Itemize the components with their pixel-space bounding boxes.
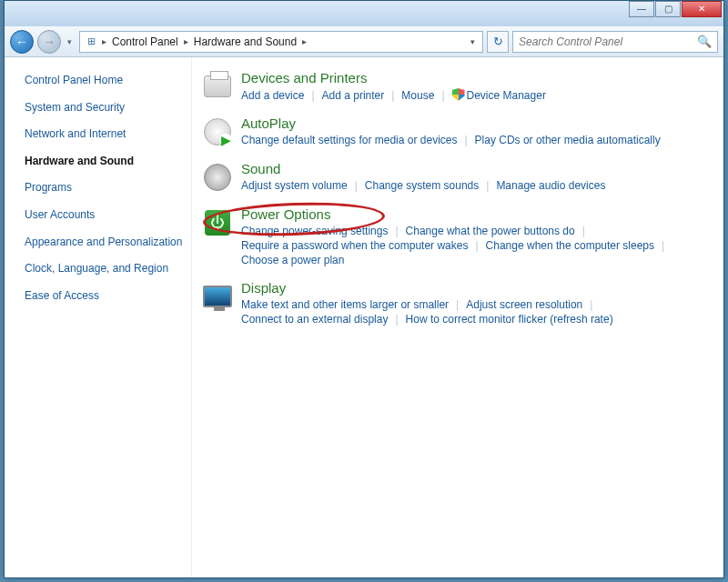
link-manage-audio[interactable]: Manage audio devices: [496, 178, 605, 193]
link-adjust-volume[interactable]: Adjust system volume: [241, 178, 348, 193]
shield-icon: [452, 88, 465, 101]
sidebar-item-hardware-sound[interactable]: Hardware and Sound: [25, 155, 184, 169]
link-computer-sleeps[interactable]: Change when the computer sleeps: [486, 238, 654, 253]
category-title-display[interactable]: Display: [241, 280, 709, 296]
search-input[interactable]: [519, 35, 697, 48]
sidebar-item-clock-language[interactable]: Clock, Language, and Region: [25, 262, 184, 276]
link-text-size[interactable]: Make text and other items larger or smal…: [241, 297, 449, 312]
autoplay-icon: [201, 115, 234, 148]
category-power: Power Options Change power-saving settin…: [201, 206, 709, 267]
forward-button[interactable]: →: [37, 30, 61, 54]
breadcrumb-hardware-sound[interactable]: Hardware and Sound: [190, 35, 300, 48]
search-box[interactable]: 🔍: [512, 31, 718, 53]
link-power-saving[interactable]: Change power-saving settings: [241, 224, 388, 238]
maximize-button[interactable]: ▢: [655, 1, 681, 17]
link-external-display[interactable]: Connect to an external display: [241, 312, 388, 326]
link-mouse[interactable]: Mouse: [401, 88, 434, 103]
link-play-cds[interactable]: Play CDs or other media automatically: [475, 133, 661, 147]
sidebar-item-user-accounts[interactable]: User Accounts: [25, 208, 184, 223]
breadcrumb-arrow[interactable]: ▸: [100, 36, 108, 46]
refresh-button[interactable]: ↻: [487, 31, 509, 53]
search-icon[interactable]: 🔍: [697, 35, 712, 48]
category-autoplay: AutoPlay Change default settings for med…: [201, 115, 709, 148]
display-icon: [201, 280, 234, 313]
category-display: Display Make text and other items larger…: [201, 280, 709, 326]
category-title-sound[interactable]: Sound: [241, 161, 709, 176]
main-panel: Devices and Printers Add a device| Add a…: [192, 57, 723, 577]
minimize-button[interactable]: —: [629, 1, 654, 17]
link-change-sounds[interactable]: Change system sounds: [365, 178, 479, 193]
sidebar-home[interactable]: Control Panel Home: [25, 74, 184, 88]
breadcrumb-control-panel[interactable]: Control Panel: [108, 35, 182, 48]
sound-icon: [201, 161, 234, 194]
sidebar-item-programs[interactable]: Programs: [25, 181, 184, 196]
titlebar: — ▢ ✕: [5, 1, 723, 26]
control-panel-window: — ▢ ✕ ← → ▾ ⊞ ▸ Control Panel ▸ Hardware…: [4, 0, 724, 578]
navigation-bar: ← → ▾ ⊞ ▸ Control Panel ▸ Hardware and S…: [5, 26, 723, 57]
sidebar-item-network-internet[interactable]: Network and Internet: [25, 127, 184, 142]
sidebar: Control Panel Home System and Security N…: [5, 57, 192, 577]
category-sound: Sound Adjust system volume| Change syste…: [201, 161, 709, 194]
nav-history-dropdown[interactable]: ▾: [65, 37, 74, 46]
link-device-manager-label: Device Manager: [467, 89, 546, 102]
printer-icon: [201, 70, 234, 103]
link-choose-plan[interactable]: Choose a power plan: [241, 253, 344, 267]
close-button[interactable]: ✕: [682, 1, 722, 17]
address-bar[interactable]: ⊞ ▸ Control Panel ▸ Hardware and Sound ▸…: [79, 31, 483, 53]
breadcrumb-arrow[interactable]: ▸: [182, 36, 190, 46]
sidebar-item-system-security[interactable]: System and Security: [25, 101, 184, 115]
control-panel-icon: ⊞: [84, 35, 98, 49]
link-monitor-flicker[interactable]: How to correct monitor flicker (refresh …: [406, 312, 613, 326]
link-power-buttons[interactable]: Change what the power buttons do: [406, 224, 575, 238]
sidebar-item-appearance[interactable]: Appearance and Personalization: [25, 236, 184, 250]
power-icon: [201, 206, 234, 239]
category-title-power[interactable]: Power Options: [241, 206, 709, 222]
link-add-device[interactable]: Add a device: [241, 88, 304, 103]
content-area: Control Panel Home System and Security N…: [5, 57, 723, 577]
back-button[interactable]: ←: [10, 30, 34, 54]
address-dropdown[interactable]: ▾: [465, 37, 480, 46]
link-resolution[interactable]: Adjust screen resolution: [466, 297, 582, 312]
link-autoplay-defaults[interactable]: Change default settings for media or dev…: [241, 133, 457, 147]
category-title-devices[interactable]: Devices and Printers: [241, 70, 709, 85]
category-title-autoplay[interactable]: AutoPlay: [241, 115, 709, 131]
breadcrumb-arrow[interactable]: ▸: [300, 36, 308, 46]
sidebar-item-ease-of-access[interactable]: Ease of Access: [25, 289, 184, 304]
category-devices: Devices and Printers Add a device| Add a…: [201, 70, 709, 103]
link-device-manager[interactable]: Device Manager: [452, 87, 546, 103]
link-add-printer[interactable]: Add a printer: [322, 88, 385, 103]
link-require-password[interactable]: Require a password when the computer wak…: [241, 238, 468, 253]
